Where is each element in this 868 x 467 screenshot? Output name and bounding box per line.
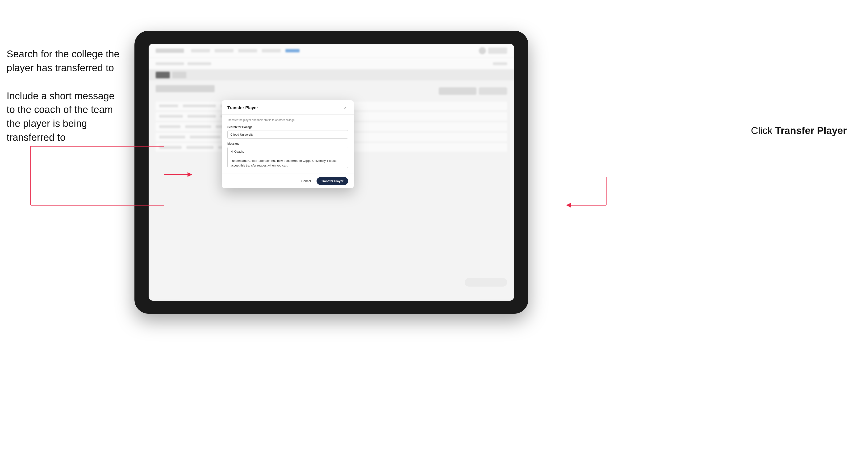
annotation-right-text: Click Transfer Player xyxy=(751,125,847,136)
transfer-player-button[interactable]: Transfer Player xyxy=(316,177,348,185)
modal-body: Transfer the player and their profile to… xyxy=(222,115,354,174)
ipad-screen: Transfer Player × Transfer the player an… xyxy=(149,44,514,301)
annotation-search-text: Search for the college the player has tr… xyxy=(7,47,120,75)
transfer-player-modal: Transfer Player × Transfer the player an… xyxy=(222,100,354,188)
modal-header: Transfer Player × xyxy=(222,100,354,115)
modal-subtitle: Transfer the player and their profile to… xyxy=(227,118,348,122)
annotation-left: Search for the college the player has tr… xyxy=(7,47,120,159)
annotation-message-text: Include a short message to the coach of … xyxy=(7,89,120,145)
annotation-right: Click Transfer Player xyxy=(751,125,847,136)
modal-title: Transfer Player xyxy=(227,105,258,111)
modal-footer: Cancel Transfer Player xyxy=(222,174,354,188)
search-college-label: Search for College xyxy=(227,125,348,129)
bg-bottom-button xyxy=(465,278,507,286)
ipad-device: Transfer Player × Transfer the player an… xyxy=(134,31,528,314)
svg-marker-8 xyxy=(566,203,571,208)
modal-close-button[interactable]: × xyxy=(342,105,348,111)
message-textarea[interactable]: Hi Coach, I understand Chris Robertson h… xyxy=(227,147,348,168)
message-label: Message xyxy=(227,142,348,145)
search-college-input[interactable] xyxy=(227,130,348,139)
cancel-button[interactable]: Cancel xyxy=(299,177,314,185)
